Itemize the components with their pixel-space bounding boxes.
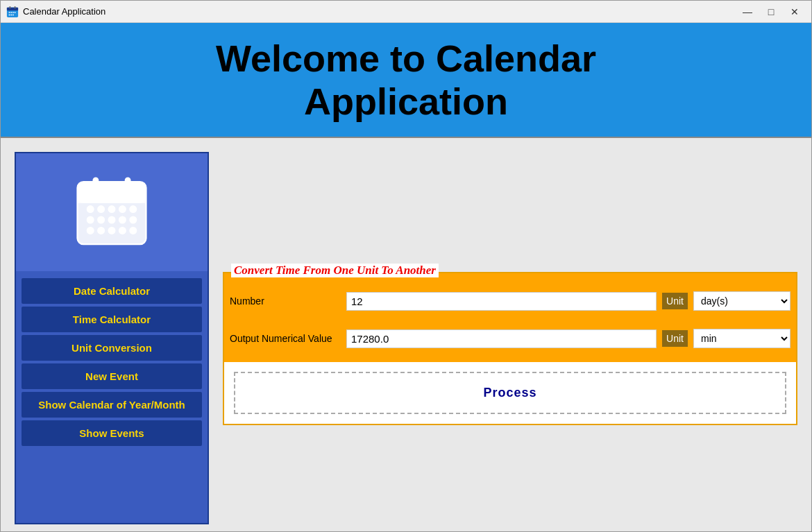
svg-rect-2	[10, 6, 11, 8]
content-area: Convert Time From One Unit To Another Nu…	[223, 152, 797, 524]
svg-point-7	[15, 12, 16, 13]
unit-label-output: Unit	[662, 330, 688, 347]
app-title: Welcome to Calendar Application	[1, 37, 811, 123]
conversion-panel: Convert Time From One Unit To Another Nu…	[223, 272, 797, 425]
sidebar-item-date-calculator[interactable]: Date Calculator	[22, 278, 202, 304]
svg-point-27	[108, 216, 116, 224]
svg-rect-17	[93, 178, 99, 191]
title-bar-left: Calendar Application	[6, 6, 105, 18]
sidebar-item-unit-conversion[interactable]: Unit Conversion	[22, 335, 202, 361]
header-banner: Welcome to Calendar Application	[1, 23, 811, 138]
conversion-panel-title: Convert Time From One Unit To Another	[231, 264, 439, 277]
window-controls: — □ ✕	[736, 2, 806, 22]
svg-rect-3	[15, 6, 16, 8]
unit-label-input: Unit	[662, 293, 688, 309]
output-unit-select[interactable]: min sec hr day week	[693, 329, 790, 348]
svg-point-26	[97, 216, 105, 224]
close-button[interactable]: ✕	[784, 2, 806, 22]
svg-point-23	[119, 205, 126, 213]
app-icon	[6, 6, 19, 18]
process-button[interactable]: Process	[242, 380, 778, 406]
svg-point-22	[108, 205, 116, 213]
svg-point-9	[10, 14, 12, 15]
svg-point-8	[9, 14, 10, 15]
output-value-input[interactable]	[346, 329, 657, 348]
svg-point-28	[119, 216, 126, 224]
svg-point-34	[129, 227, 137, 234]
svg-point-4	[9, 12, 10, 13]
svg-point-24	[129, 205, 137, 213]
minimize-button[interactable]: —	[736, 2, 759, 22]
svg-point-29	[129, 216, 137, 224]
sidebar: Date Calculator Time Calculator Unit Con…	[15, 152, 209, 524]
number-label: Number	[230, 295, 341, 307]
svg-point-32	[108, 227, 116, 234]
svg-point-31	[97, 227, 105, 234]
calendar-large-icon	[74, 174, 150, 250]
main-layout: Date Calculator Time Calculator Unit Con…	[1, 138, 811, 532]
svg-rect-1	[7, 7, 18, 10]
svg-point-30	[87, 227, 94, 234]
output-label: Output Numerical Value	[230, 333, 341, 344]
svg-point-21	[97, 205, 105, 213]
number-row: Number Unit day(s) hour(s) minute(s) sec…	[224, 287, 796, 315]
output-row: Output Numerical Value Unit min sec hr d…	[224, 325, 796, 352]
svg-point-10	[12, 14, 14, 15]
process-area: Process	[224, 362, 796, 424]
title-bar: Calendar Application — □ ✕	[1, 1, 811, 23]
sidebar-item-time-calculator[interactable]: Time Calculator	[22, 307, 202, 332]
svg-point-20	[87, 205, 94, 213]
process-row: Process	[234, 372, 786, 414]
svg-rect-18	[125, 178, 131, 191]
sidebar-item-new-event[interactable]: New Event	[22, 363, 202, 389]
sidebar-item-show-events[interactable]: Show Events	[22, 420, 202, 446]
svg-point-25	[87, 216, 94, 224]
number-input[interactable]	[346, 292, 657, 311]
svg-point-5	[10, 12, 12, 13]
bottom-spacer	[224, 352, 796, 362]
mid-spacer	[224, 315, 796, 325]
sidebar-item-show-calendar[interactable]: Show Calendar of Year/Month	[22, 392, 202, 418]
maximize-button[interactable]: □	[760, 2, 782, 22]
svg-point-33	[119, 227, 126, 234]
window-title: Calendar Application	[23, 6, 105, 17]
sidebar-nav: Date Calculator Time Calculator Unit Con…	[16, 271, 208, 453]
sidebar-icon-area	[16, 153, 208, 271]
input-unit-select[interactable]: day(s) hour(s) minute(s) second(s) week(…	[693, 291, 790, 311]
svg-point-6	[12, 12, 14, 13]
